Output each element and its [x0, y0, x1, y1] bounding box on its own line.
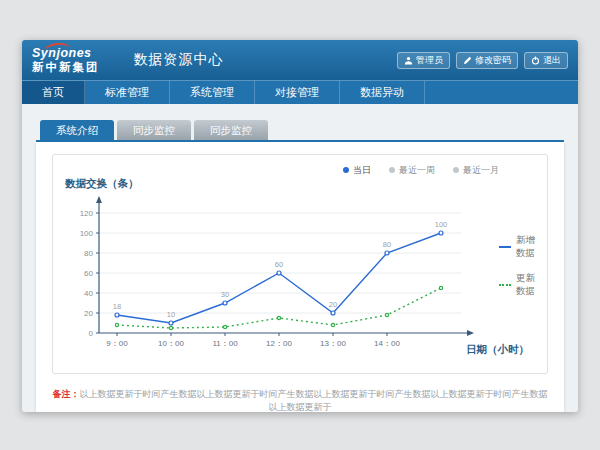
desktop-background: Synjones 新中新集团 数据资源中心 管理员 修改密码: [0, 0, 600, 450]
tab-sync-monitor-1[interactable]: 同步监控: [117, 120, 191, 140]
svg-text:60: 60: [275, 260, 283, 269]
x-axis-title: 日期（小时）: [466, 343, 529, 357]
svg-text:40: 40: [84, 289, 93, 298]
series-legend: 新增数据 更新数据: [499, 234, 537, 298]
tab-system-intro[interactable]: 系统介绍: [40, 120, 114, 140]
content-area: 系统介绍 同步监控 同步监控 当日 最近一周: [22, 104, 578, 412]
chart-container: 当日 最近一周 最近一月 数据交换（条） 0204060801: [52, 154, 548, 374]
svg-text:80: 80: [84, 249, 93, 258]
filter-dot-week: [389, 167, 395, 173]
svg-text:13：00: 13：00: [320, 339, 346, 348]
nav-item-home[interactable]: 首页: [22, 81, 85, 104]
chart-row: 0204060801001209：0010：0011：0012：0013：001…: [63, 193, 537, 365]
logout-button[interactable]: 退出: [524, 52, 568, 69]
change-password-label: 修改密码: [475, 54, 511, 67]
chart-panel: 当日 最近一周 最近一月 数据交换（条） 0204060801: [36, 142, 564, 412]
svg-text:60: 60: [84, 269, 93, 278]
logo-text-cn: 新中新集团: [32, 61, 100, 73]
svg-text:11：00: 11：00: [212, 339, 238, 348]
tab-sync-monitor-2[interactable]: 同步监控: [194, 120, 268, 140]
nav-item-data-change[interactable]: 数据异动: [340, 81, 425, 104]
tab-bar: 系统介绍 同步监控 同步监控: [40, 120, 564, 140]
page-title: 数据资源中心: [122, 51, 224, 69]
svg-text:9：00: 9：00: [106, 339, 128, 348]
svg-text:20: 20: [329, 300, 337, 309]
footnote: 备注：以上数据更新于时间产生数据以上数据更新于时间产生数据以上数据更新于时间产生…: [52, 388, 548, 412]
synjones-logo: Synjones 新中新集团: [32, 47, 112, 73]
legend-updated-data-label: 更新数据: [516, 272, 537, 298]
svg-text:14：00: 14：00: [374, 339, 400, 348]
filter-month-label: 最近一月: [463, 164, 499, 177]
green-dotted-sample-icon: [499, 284, 511, 286]
legend-new-data: 新增数据: [499, 234, 537, 260]
line-chart: 0204060801001209：0010：0011：0012：0013：001…: [63, 193, 493, 365]
change-password-button[interactable]: 修改密码: [456, 52, 518, 69]
logo-text-en: Synjones: [32, 47, 100, 60]
edit-icon: [463, 56, 472, 65]
filter-last-month[interactable]: 最近一月: [453, 163, 499, 177]
svg-text:80: 80: [383, 240, 391, 249]
filter-today[interactable]: 当日: [343, 163, 371, 177]
nav-item-system-mgmt[interactable]: 系统管理: [170, 81, 255, 104]
admin-user-button[interactable]: 管理员: [397, 52, 450, 69]
filter-last-week[interactable]: 最近一周: [389, 163, 435, 177]
svg-text:120: 120: [80, 209, 94, 218]
app-window: Synjones 新中新集团 数据资源中心 管理员 修改密码: [22, 40, 578, 412]
power-icon: [531, 56, 540, 65]
nav-item-standard-mgmt[interactable]: 标准管理: [85, 81, 170, 104]
footnote-text: 以上数据更新于时间产生数据以上数据更新于时间产生数据以上数据更新于时间产生数据以…: [80, 389, 548, 412]
footnote-label: 备注：: [53, 389, 80, 399]
admin-user-label: 管理员: [416, 54, 443, 67]
filter-week-label: 最近一周: [399, 164, 435, 177]
main-nav: 首页 标准管理 系统管理 对接管理 数据异动: [22, 80, 578, 104]
period-filters: 当日 最近一周 最近一月: [63, 161, 537, 177]
filter-dot-today: [343, 167, 349, 173]
nav-item-connect-mgmt[interactable]: 对接管理: [255, 81, 340, 104]
svg-text:100: 100: [435, 220, 448, 229]
svg-text:10: 10: [167, 310, 175, 319]
svg-text:100: 100: [80, 229, 94, 238]
svg-text:20: 20: [84, 309, 93, 318]
svg-text:10：00: 10：00: [158, 339, 184, 348]
svg-text:18: 18: [113, 302, 121, 311]
svg-text:12：00: 12：00: [266, 339, 292, 348]
legend-new-data-label: 新增数据: [516, 234, 537, 260]
y-axis-title: 数据交换（条）: [65, 177, 537, 191]
filter-dot-month: [453, 167, 459, 173]
legend-updated-data: 更新数据: [499, 272, 537, 298]
blue-line-sample-icon: [499, 246, 511, 248]
user-icon: [404, 56, 413, 65]
top-bar: Synjones 新中新集团 数据资源中心 管理员 修改密码: [22, 40, 578, 80]
svg-text:30: 30: [221, 290, 229, 299]
topbar-actions: 管理员 修改密码 退出: [397, 52, 568, 69]
logout-label: 退出: [543, 54, 561, 67]
filter-today-label: 当日: [353, 164, 371, 177]
svg-text:0: 0: [89, 329, 94, 338]
